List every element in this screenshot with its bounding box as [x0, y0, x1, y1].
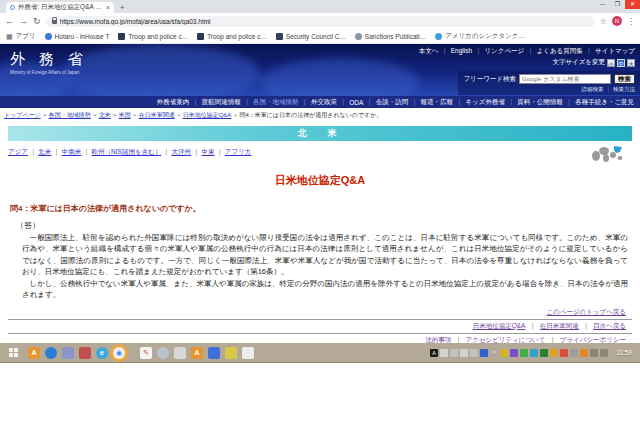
- region-link[interactable]: アフリカ: [225, 148, 252, 155]
- back-icon[interactable]: ←: [5, 16, 14, 26]
- related-link[interactable]: 在日米軍関連: [540, 322, 579, 329]
- back-to-top-link[interactable]: このページのトップへ戻る: [546, 308, 626, 315]
- breadcrumb-link[interactable]: 日米地位協定Q&A: [183, 112, 232, 118]
- new-tab-button[interactable]: +: [120, 3, 125, 12]
- tray-ime-1-icon[interactable]: [440, 349, 448, 357]
- maximize-button[interactable]: ❐: [610, 0, 625, 9]
- related-link[interactable]: 目次へ戻る: [593, 322, 626, 329]
- breadcrumb-link[interactable]: 米国: [119, 112, 131, 118]
- internet-explorer-icon[interactable]: e: [96, 347, 108, 359]
- minimize-button[interactable]: —: [595, 0, 610, 9]
- utility-link[interactable]: 本文へ: [419, 47, 439, 54]
- tray-gray-icon[interactable]: [570, 349, 578, 357]
- app-a2-orange-icon[interactable]: A: [191, 347, 203, 359]
- bookmark-thinktank[interactable]: アメリカのシンクタンク…: [435, 32, 525, 41]
- breadcrumb-link[interactable]: 問4：米軍には日本の法律が適用されないのですか。: [239, 112, 382, 118]
- global-nav-item[interactable]: 各種手続き・ご意見: [575, 98, 634, 107]
- url-text[interactable]: https://www.mofa.go.jp/mofaj/area/usa/sf…: [60, 18, 211, 25]
- global-nav-item[interactable]: 各国・地域情勢: [253, 98, 299, 107]
- bookmark-troop-2[interactable]: Troop and police c…: [197, 33, 267, 40]
- fontsize-large-button[interactable]: 大: [627, 59, 635, 67]
- global-nav-item[interactable]: 外務省案内: [157, 98, 190, 107]
- global-nav-item[interactable]: ODA: [349, 99, 363, 106]
- taskbar-clock[interactable]: 11:59: [616, 349, 636, 356]
- tab-close-icon[interactable]: ×: [106, 4, 110, 11]
- tray-caret-icon[interactable]: ^: [490, 349, 498, 357]
- mofa-logo[interactable]: 外 務 省 Ministry of Foreign Affairs of Jap…: [10, 50, 88, 75]
- footer-link[interactable]: 法的事項: [425, 336, 451, 343]
- tray-ime-3-icon[interactable]: [460, 349, 468, 357]
- breadcrumb-link[interactable]: 北米: [99, 112, 111, 118]
- search-option-link[interactable]: 詳細検索: [582, 86, 604, 92]
- browser-tab[interactable]: 外務省: 日米地位協定Q&A 問4… ×: [6, 2, 114, 13]
- notepad-icon[interactable]: ✎: [140, 347, 152, 359]
- utility-link[interactable]: English: [451, 47, 472, 54]
- app-blue-circle-icon[interactable]: [45, 347, 57, 359]
- fontsize-small-button[interactable]: 小: [607, 59, 615, 67]
- tray-globe-icon[interactable]: [530, 349, 538, 357]
- global-nav-item[interactable]: 資料・公開情報: [517, 98, 563, 107]
- favicon-icon: [435, 33, 442, 40]
- reload-icon[interactable]: ↻: [33, 16, 41, 26]
- forward-icon[interactable]: →: [19, 16, 28, 26]
- global-nav-item[interactable]: 外交政策: [311, 98, 337, 107]
- utility-link[interactable]: よくある質問集: [537, 47, 583, 54]
- tray-green-icon[interactable]: [520, 349, 528, 357]
- fontsize-medium-button[interactable]: 中: [617, 59, 625, 67]
- tray-purple-icon[interactable]: [510, 349, 518, 357]
- tray-ime-2-icon[interactable]: [450, 349, 458, 357]
- app-a-orange-icon[interactable]: A: [28, 347, 40, 359]
- search-option-link[interactable]: 検索方法: [613, 86, 635, 92]
- related-link[interactable]: 日米地位協定Q&A: [473, 322, 526, 329]
- footer-link[interactable]: アクセシビリティについて: [466, 336, 546, 343]
- tray-warning-icon[interactable]: [500, 349, 508, 357]
- chrome-icon[interactable]: ◉: [113, 347, 125, 359]
- global-nav-item[interactable]: キッズ外務省: [465, 98, 504, 107]
- utility-link[interactable]: サイトマップ: [595, 47, 635, 54]
- app-doc-white-icon[interactable]: [242, 347, 254, 359]
- breadcrumb-link[interactable]: 在日米軍関連: [139, 112, 175, 118]
- network-icon[interactable]: [590, 349, 598, 357]
- app-yellow-icon[interactable]: [225, 347, 237, 359]
- app-gray-globe-icon[interactable]: [157, 347, 169, 359]
- breadcrumb-link[interactable]: トップページ: [4, 112, 41, 118]
- browser-menu-icon[interactable]: ⋮: [627, 17, 635, 26]
- address-bar[interactable]: https://www.mofa.go.jp/mofaj/area/usa/sf…: [46, 16, 595, 27]
- tray-ime-4-icon[interactable]: [470, 349, 478, 357]
- region-link[interactable]: 中南米: [62, 148, 82, 155]
- region-link[interactable]: 大洋州: [172, 148, 192, 155]
- tray-red-icon[interactable]: [560, 349, 568, 357]
- footer-link[interactable]: プライバシーポリシー: [560, 336, 626, 343]
- global-nav-item[interactable]: 報道・広報: [421, 98, 454, 107]
- speaker-icon[interactable]: [600, 349, 608, 357]
- profile-avatar[interactable]: N: [612, 16, 622, 26]
- bookmark-troop-1[interactable]: Troop and police c…: [118, 33, 188, 40]
- tray-ime-a-icon[interactable]: A: [430, 349, 438, 357]
- breadcrumb-link[interactable]: 各国・地域情勢: [49, 112, 91, 118]
- tray-orange-icon[interactable]: [580, 349, 588, 357]
- region-link[interactable]: 北米: [38, 148, 51, 155]
- global-nav-item[interactable]: 渡航関連情報: [202, 98, 241, 107]
- bookmark-hotaru[interactable]: Hotaru - inHouse T: [45, 33, 110, 40]
- region-link[interactable]: 中東: [201, 148, 214, 155]
- bookmark-sanctions[interactable]: Sanctions Publicati…: [355, 33, 426, 40]
- app-blue-doc-icon[interactable]: [208, 347, 220, 359]
- search-input[interactable]: [519, 74, 611, 84]
- search-button[interactable]: 検索: [614, 74, 635, 84]
- tray-blue-icon[interactable]: [480, 349, 488, 357]
- start-button[interactable]: [4, 343, 22, 362]
- app-red-icon[interactable]: [79, 347, 91, 359]
- tray-darkgreen-icon[interactable]: [540, 349, 548, 357]
- utility-link[interactable]: リンクページ: [484, 47, 524, 54]
- bookmark-star-icon[interactable]: ☆: [600, 17, 607, 26]
- region-link[interactable]: 欧州（NIS諸国を含む）: [92, 148, 162, 155]
- global-nav-item[interactable]: 会談・訪問: [376, 98, 409, 107]
- bookmark-apps[interactable]: ▦ アプリ: [6, 32, 36, 41]
- separator: ｜: [606, 86, 611, 92]
- app-archive-icon[interactable]: [174, 347, 186, 359]
- close-button[interactable]: ✕: [625, 0, 640, 9]
- tray-lock-icon[interactable]: [550, 349, 558, 357]
- region-link[interactable]: アジア: [8, 148, 28, 155]
- app-purple-icon[interactable]: [62, 347, 74, 359]
- bookmark-security-council[interactable]: Security Council C…: [276, 33, 346, 40]
